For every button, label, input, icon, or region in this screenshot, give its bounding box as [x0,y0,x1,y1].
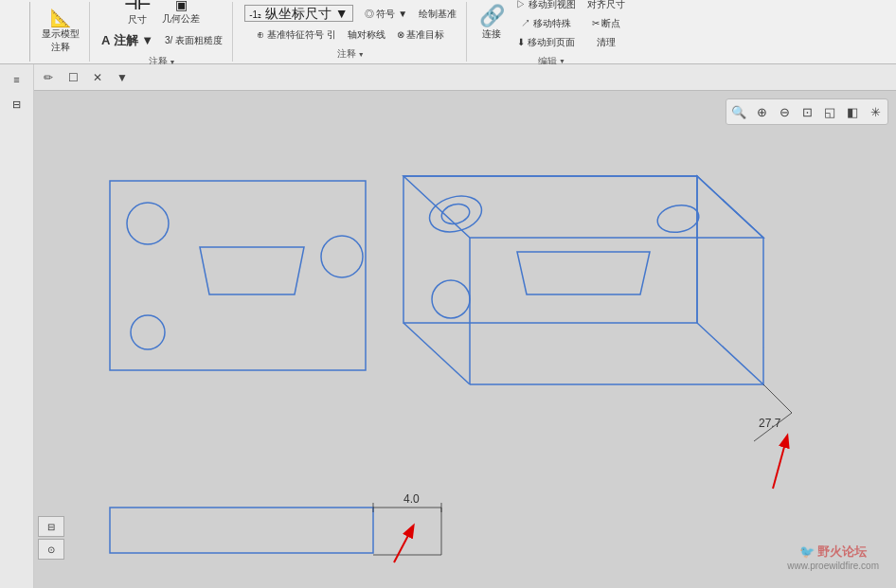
ordinate-row-top: -1₂ 纵坐标尺寸 ▼ ◎ 符号 ▼ 绘制基准 [241,3,460,25]
ordinate-dim-btn[interactable]: -1₂ 纵坐标尺寸 ▼ [241,3,357,25]
move-to-view-label: ▷ 移动到视图 [516,0,576,11]
svg-rect-20 [110,508,373,553]
ordinate-row-bottom: ⊕ 基准特征符号 引 轴对称线 ⊗ 基准目标 [253,27,448,44]
canvas-area: 🔍 ⊕ ⊖ ⊡ ◱ ◧ ✳ [34,91,896,588]
display-model-btn[interactable]: 📐 显示模型注释 [38,8,83,56]
ordinate-dim-icon: -1₂ 纵坐标尺寸 ▼ [244,5,353,22]
svg-line-27 [394,526,413,562]
annotation-row-top: ⊣⊢ 尺寸 ▣ 几何公差 [120,0,204,28]
connect-icon: 🔗 [479,6,505,27]
svg-point-11 [425,190,485,237]
svg-rect-0 [110,181,366,370]
surface-roughness-label: 3/ 表面粗糙度 [165,34,223,47]
prev-view-btn[interactable]: ◧ [842,101,863,122]
main-toolbar: 对象相关 消相关 📐 显示模型注释 ⊣⊢ 尺寸 ▣ 几何公差 A 注解 ▼ 3/ [0,0,896,64]
dimension-btn[interactable]: ⊣⊢ 尺寸 [120,0,154,28]
svg-marker-6 [697,176,763,384]
svg-line-8 [403,323,470,384]
connect-row: 🔗 连接 ▷ 移动到视图 ↗ 移动特殊 ⬇ 移动到页面 对齐尺寸 [475,0,629,51]
datum-target-label: ⊗ 基准目标 [397,28,445,42]
sidebar-btn-2[interactable]: ⊟ [4,93,30,116]
select-tool-btn[interactable]: ☐ [63,67,83,88]
move-special-btn[interactable]: ↗ 移动特殊 [512,15,580,32]
connect-btn[interactable]: 🔗 连接 [475,4,509,43]
snap-icon-btn[interactable]: ⊙ [38,539,64,560]
secondary-toolbar: ✏ ☐ ✕ ▼ [34,64,896,91]
move-to-page-label: ⬇ 移动到页面 [517,36,575,49]
tolerance-btn[interactable]: ▣ 几何公差 [158,0,204,27]
annotation-row-bottom: A 注解 ▼ 3/ 表面粗糙度 [98,30,226,51]
svg-marker-5 [403,176,763,238]
bottom-left-icons: ⊟ ⊙ [34,516,68,560]
svg-text:4.0: 4.0 [403,492,420,506]
pencil-tool-btn[interactable]: ✏ [38,67,59,88]
note-icon: A 注解 ▼ [101,32,153,49]
draw-datum-label: 绘制基准 [419,8,457,21]
zoom-in-btn[interactable]: 🔍 [728,101,749,122]
move-to-view-btn[interactable]: ▷ 移动到视图 [512,0,580,13]
symbol-label: ◎ 符号 ▼ [365,8,407,21]
zoom-in2-btn[interactable]: ⊕ [751,101,772,122]
connect-label: 连接 [482,27,501,41]
svg-point-1 [127,203,169,244]
datum-target-btn[interactable]: ⊗ 基准目标 [393,27,449,44]
more-view-btn[interactable]: ✳ [865,101,886,122]
svg-line-16 [763,384,792,413]
more-options-btn[interactable]: ▼ [112,67,133,88]
note-btn[interactable]: A 注解 ▼ [98,30,157,51]
window-btn[interactable]: ◱ [819,101,840,122]
align-btn-group: 对齐尺寸 ✂ 断点 清理 [583,0,629,51]
clean-btn[interactable]: 清理 [583,34,629,51]
surface-roughness-btn[interactable]: 3/ 表面粗糙度 [161,32,226,49]
move-to-page-btn[interactable]: ⬇ 移动到页面 [512,34,580,51]
datum-feature-label: ⊕ 基准特征符号 引 [257,28,336,42]
break-label: ✂ 断点 [592,17,621,30]
close-tool-btn[interactable]: ✕ [87,67,108,88]
fit-view-btn[interactable]: ⊡ [797,101,817,122]
clean-label: 清理 [597,36,616,49]
dimension-icon: ⊣⊢ [124,0,151,12]
axis-sym-btn[interactable]: 轴对称线 [344,27,389,44]
symbol-section-label: 注释 [337,47,365,61]
toolbar-section-connect: 🔗 连接 ▷ 移动到视图 ↗ 移动特殊 ⬇ 移动到页面 对齐尺寸 [469,2,635,62]
toolbar-section-display: 📐 显示模型注释 [32,2,90,62]
tolerance-label: 几何公差 [162,12,200,26]
align-dim-btn[interactable]: 对齐尺寸 [583,0,629,13]
axis-sym-label: 轴对称线 [348,28,385,42]
display-model-icon: 📐 [50,9,71,27]
canvas-toolbar: 🔍 ⊕ ⊖ ⊡ ◱ ◧ ✳ [726,98,888,125]
tolerance-icon: ▣ [175,0,188,11]
svg-point-14 [432,280,470,318]
move-btn-group: ▷ 移动到视图 ↗ 移动特殊 ⬇ 移动到页面 [512,0,580,51]
svg-point-13 [655,202,701,235]
toolbar-section-left-labels: 对象相关 消相关 [4,2,30,62]
toolbar-section-ordinate: -1₂ 纵坐标尺寸 ▼ ◎ 符号 ▼ 绘制基准 ⊕ 基准特征符号 引 轴对称线 … [235,2,467,62]
break-btn[interactable]: ✂ 断点 [583,15,629,32]
symbol-btn[interactable]: ◎ 符号 ▼ [361,6,411,23]
svg-marker-4 [200,247,304,294]
svg-line-19 [773,437,787,489]
align-dim-label: 对齐尺寸 [587,0,625,11]
zoom-out-btn[interactable]: ⊖ [774,101,795,122]
datum-feature-btn[interactable]: ⊕ 基准特征符号 引 [253,27,340,44]
sidebar-btn-1[interactable]: ≡ [4,68,30,91]
drawing-viewport: 🔍 ⊕ ⊖ ⊡ ◱ ◧ ✳ [34,91,896,588]
svg-point-2 [131,315,165,349]
drawing-svg: 27.7 4.0 [34,91,896,588]
toolbar-section-annotation: ⊣⊢ 尺寸 ▣ 几何公差 A 注解 ▼ 3/ 表面粗糙度 注释 [92,2,233,62]
left-sidebar: ≡ ⊟ [0,64,34,588]
svg-text:27.7: 27.7 [759,417,781,430]
display-model-label: 显示模型注释 [42,27,80,54]
svg-marker-15 [517,252,650,294]
move-special-label: ↗ 移动特殊 [521,17,571,30]
grid-icon-btn[interactable]: ⊟ [38,516,64,537]
svg-point-3 [321,236,363,277]
dimension-label: 尺寸 [128,13,147,27]
draw-datum-btn[interactable]: 绘制基准 [415,6,460,23]
